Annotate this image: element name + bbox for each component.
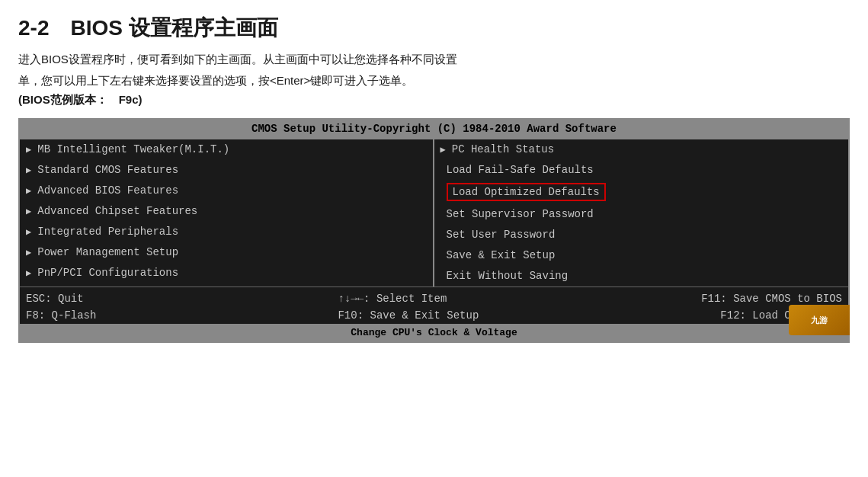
list-item[interactable]: Set User Password xyxy=(434,225,849,245)
footer-f8: F8: Q-Flash xyxy=(26,309,96,322)
bios-header: CMOS Setup Utility-Copyright (C) 1984-20… xyxy=(20,120,848,138)
menu-item-label: Integrated Peripherals xyxy=(37,226,178,238)
menu-item-label: Load Fail-Safe Defaults xyxy=(447,164,594,176)
arrow-icon: ▶ xyxy=(26,185,31,197)
bios-right-menu: ▶ PC Health Status Load Fail-Safe Defaul… xyxy=(434,139,849,287)
bios-left-menu: ▶ MB Intelligent Tweaker(M.I.T.) ▶ Stand… xyxy=(20,139,434,287)
footer-f11: F11: Save CMOS to BIOS xyxy=(701,293,842,305)
list-item[interactable]: ▶ PnP/PCI Configurations xyxy=(20,263,433,283)
page-container: 2-2 BIOS 设置程序主画面 进入BIOS设置程序时，便可看到如下的主画面。… xyxy=(0,0,868,352)
menu-item-label: Standard CMOS Features xyxy=(37,164,178,176)
description-line2: 单，您可以用上下左右键来选择要设置的选项，按<Enter>键即可进入子选单。 xyxy=(18,72,850,90)
footer-row-2: F8: Q-Flash F10: Save & Exit Setup F12: … xyxy=(26,307,842,324)
arrow-icon: ▶ xyxy=(26,165,31,176)
menu-item-label: PC Health Status xyxy=(452,143,554,155)
menu-item-label: Save & Exit Setup xyxy=(447,249,556,261)
arrow-icon: ▶ xyxy=(26,206,31,217)
arrow-icon: ▶ xyxy=(440,144,446,155)
menu-item-label: Power Management Setup xyxy=(37,246,178,258)
list-item[interactable]: ▶ Integrated Peripherals xyxy=(20,222,433,242)
list-item[interactable]: ▶ Advanced BIOS Features xyxy=(20,181,433,201)
arrow-icon: ▶ xyxy=(26,267,31,279)
load-optimized-defaults-item[interactable]: Load Optimized Defaults xyxy=(434,181,849,204)
footer-select: ↑↓→←: Select Item xyxy=(338,293,447,305)
arrow-icon: ▶ xyxy=(26,226,31,238)
list-item[interactable]: ▶ Standard CMOS Features xyxy=(20,160,433,181)
page-title: 2-2 BIOS 设置程序主画面 xyxy=(18,14,850,43)
menu-item-label: MB Intelligent Tweaker(M.I.T.) xyxy=(37,143,229,155)
list-item[interactable]: Load Fail-Safe Defaults xyxy=(434,160,849,181)
menu-item-label: Exit Without Saving xyxy=(447,270,569,282)
menu-item-label: Advanced Chipset Features xyxy=(37,205,197,217)
list-item[interactable]: Save & Exit Setup xyxy=(434,245,849,266)
menu-item-label: Advanced BIOS Features xyxy=(37,184,178,197)
list-item[interactable]: ▶ PC Health Status xyxy=(434,139,849,160)
footer-f10: F10: Save & Exit Setup xyxy=(338,309,479,322)
bios-body: ▶ MB Intelligent Tweaker(M.I.T.) ▶ Stand… xyxy=(20,138,848,287)
bios-screen-wrapper: CMOS Setup Utility-Copyright (C) 1984-20… xyxy=(18,118,850,343)
menu-item-label: PnP/PCI Configurations xyxy=(37,267,178,279)
list-item[interactable]: Exit Without Saving xyxy=(434,266,849,287)
watermark: 九游 xyxy=(789,305,850,335)
list-item[interactable]: ▶ Advanced Chipset Features xyxy=(20,201,433,222)
bios-footer: ESC: Quit ↑↓→←: Select Item F11: Save CM… xyxy=(20,287,848,324)
bios-footer-bottom: Change CPU's Clock & Voltage xyxy=(20,324,848,341)
footer-row-1: ESC: Quit ↑↓→←: Select Item F11: Save CM… xyxy=(26,290,842,307)
list-item[interactable]: ▶ Power Management Setup xyxy=(20,242,433,263)
bios-screen: CMOS Setup Utility-Copyright (C) 1984-20… xyxy=(18,118,850,343)
version-note: (BIOS范例版本： F9c) xyxy=(18,93,850,107)
list-item[interactable]: Set Supervisor Password xyxy=(434,204,849,225)
menu-item-label: Set Supervisor Password xyxy=(447,208,594,220)
description-line1: 进入BIOS设置程序时，便可看到如下的主画面。从主画面中可以让您选择各种不同设置 xyxy=(18,50,850,69)
menu-item-label: Set User Password xyxy=(447,229,556,241)
list-item[interactable]: ▶ MB Intelligent Tweaker(M.I.T.) xyxy=(20,139,433,160)
footer-esc: ESC: Quit xyxy=(26,293,84,305)
arrow-icon: ▶ xyxy=(26,247,31,258)
load-optimized-defaults-label: Load Optimized Defaults xyxy=(447,183,606,201)
arrow-icon: ▶ xyxy=(26,144,31,155)
